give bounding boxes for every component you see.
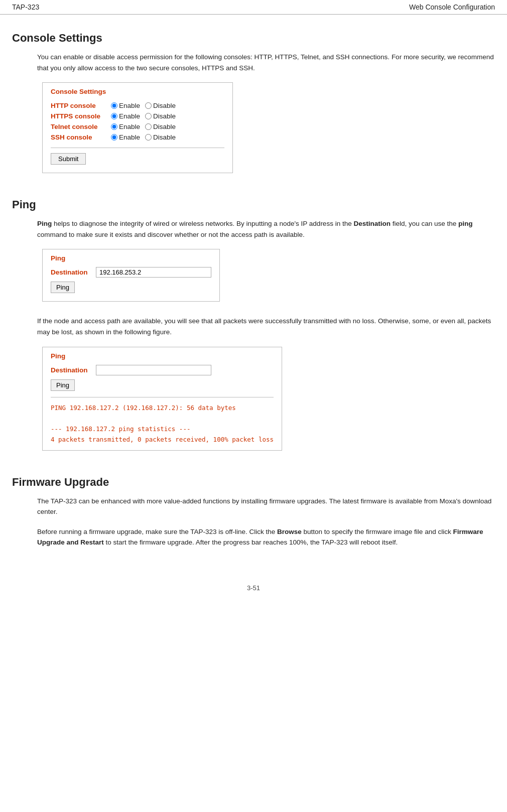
ping-widget-2-title: Ping bbox=[51, 352, 274, 360]
console-row: Telnet consoleEnableDisable bbox=[51, 121, 180, 132]
ping-dest-input-2[interactable] bbox=[96, 365, 211, 375]
ping-desc-intro: helps to diagnose the integrity of wired… bbox=[52, 220, 353, 227]
ping-bold-cmd: ping bbox=[458, 220, 473, 227]
firmware-upgrade-title: Firmware Upgrade bbox=[12, 476, 495, 489]
firmware-desc2-post: to start the firmware upgrade. After the… bbox=[104, 538, 398, 546]
footer-page: 3-51 bbox=[247, 584, 260, 592]
header-right: Web Console Configuration bbox=[409, 3, 495, 11]
ping-dest-input-1[interactable] bbox=[96, 267, 211, 278]
radio-enable-2[interactable] bbox=[111, 123, 117, 130]
ping-output-line2: --- 192.168.127.2 ping statistics --- bbox=[51, 424, 274, 434]
console-row: HTTP consoleEnableDisable bbox=[51, 100, 180, 111]
ping-title: Ping bbox=[12, 198, 495, 211]
header-left: TAP-323 bbox=[12, 3, 39, 11]
console-widget-title: Console Settings bbox=[51, 88, 224, 95]
console-row: SSH consoleEnableDisable bbox=[51, 132, 180, 143]
radio-disable-1[interactable] bbox=[145, 113, 152, 119]
firmware-desc1: The TAP-323 can be enhanced with more va… bbox=[37, 496, 495, 517]
console-label-1: HTTPS console bbox=[51, 111, 111, 121]
console-settings-desc: You can enable or disable access permiss… bbox=[37, 52, 495, 73]
ping-widget-1: Ping Destination Ping bbox=[42, 249, 220, 302]
ping-output-line1: PING 192.168.127.2 (192.168.127.2): 56 d… bbox=[51, 402, 274, 413]
ping-desc-field: field, you can use the bbox=[391, 220, 458, 227]
ping-output-line3: 4 packets transmitted, 0 packets receive… bbox=[51, 434, 274, 445]
firmware-desc2-mid: button to specify the firmware image fil… bbox=[302, 528, 453, 535]
console-radio-group-3[interactable]: EnableDisable bbox=[111, 132, 180, 143]
ping-button-2[interactable]: Ping bbox=[51, 379, 75, 391]
radio-disable-0[interactable] bbox=[145, 102, 152, 109]
ping-bold: Ping bbox=[37, 220, 52, 227]
ping-button-1[interactable]: Ping bbox=[51, 282, 75, 293]
ping-after-text: If the node and access path are availabl… bbox=[37, 316, 495, 337]
console-radio-group-2[interactable]: EnableDisable bbox=[111, 121, 180, 132]
ping-widget-2: Ping Destination Ping PING 192.168.127.2… bbox=[42, 347, 282, 451]
ping-widget-1-title: Ping bbox=[51, 254, 211, 262]
ping-desc-cmd: command to make sure it exists and disco… bbox=[37, 231, 305, 238]
console-label-2: Telnet console bbox=[51, 121, 111, 132]
radio-enable-0[interactable] bbox=[111, 102, 117, 109]
console-label-3: SSH console bbox=[51, 132, 111, 143]
submit-button[interactable]: Submit bbox=[51, 153, 86, 165]
console-settings-widget: Console Settings HTTP consoleEnableDisab… bbox=[42, 82, 233, 173]
radio-enable-1[interactable] bbox=[111, 113, 117, 119]
ping-desc: Ping helps to diagnose the integrity of … bbox=[37, 218, 495, 240]
firmware-bold-browse: Browse bbox=[277, 528, 302, 535]
console-label-0: HTTP console bbox=[51, 100, 111, 111]
firmware-desc2-pre: Before running a firmware upgrade, make … bbox=[37, 528, 277, 535]
ping-output: PING 192.168.127.2 (192.168.127.2): 56 d… bbox=[51, 402, 274, 445]
radio-enable-3[interactable] bbox=[111, 134, 117, 141]
console-radio-group-0[interactable]: EnableDisable bbox=[111, 100, 180, 111]
ping-bold-dest: Destination bbox=[353, 220, 391, 227]
console-settings-title: Console Settings bbox=[12, 32, 495, 45]
radio-disable-3[interactable] bbox=[145, 134, 152, 141]
console-row: HTTPS consoleEnableDisable bbox=[51, 111, 180, 121]
radio-disable-2[interactable] bbox=[145, 123, 152, 130]
console-table: HTTP consoleEnableDisableHTTPS consoleEn… bbox=[51, 100, 180, 143]
console-radio-group-1[interactable]: EnableDisable bbox=[111, 111, 180, 121]
firmware-desc2: Before running a firmware upgrade, make … bbox=[37, 526, 495, 548]
page-header: TAP-323 Web Console Configuration bbox=[0, 0, 507, 15]
ping-dest-label-2: Destination bbox=[51, 366, 96, 374]
page-footer: 3-51 bbox=[0, 569, 507, 602]
ping-dest-label-1: Destination bbox=[51, 268, 96, 276]
